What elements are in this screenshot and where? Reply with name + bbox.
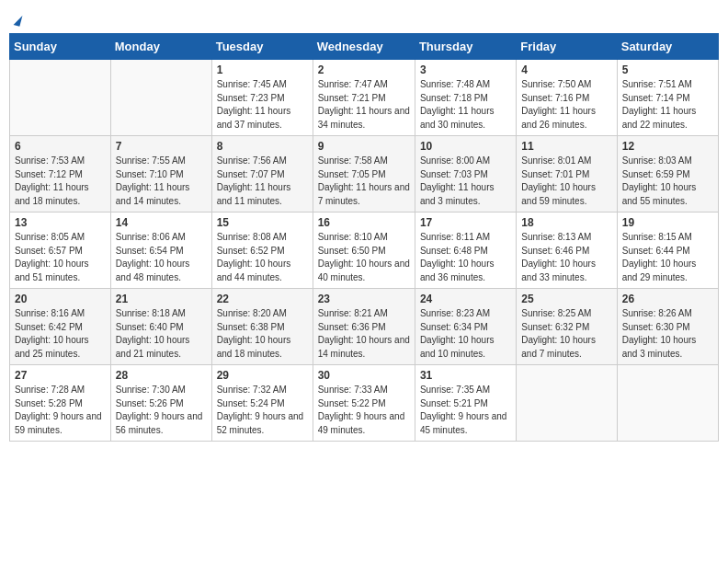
day-number: 25	[521, 293, 611, 305]
day-number: 22	[217, 293, 308, 305]
calendar-cell: 2Sunrise: 7:47 AMSunset: 7:21 PMDaylight…	[313, 60, 415, 136]
calendar-cell: 19Sunrise: 8:15 AMSunset: 6:44 PMDayligh…	[617, 213, 718, 289]
day-info: Sunrise: 7:28 AMSunset: 5:28 PMDaylight:…	[15, 384, 106, 437]
calendar-week-row: 6Sunrise: 7:53 AMSunset: 7:12 PMDaylight…	[10, 136, 719, 213]
day-number: 29	[217, 369, 308, 382]
day-number: 4	[521, 63, 611, 76]
calendar-week-row: 1Sunrise: 7:45 AMSunset: 7:23 PMDaylight…	[10, 60, 719, 136]
weekday-header-saturday: Saturday	[617, 34, 718, 60]
calendar-cell: 5Sunrise: 7:51 AMSunset: 7:14 PMDaylight…	[617, 60, 718, 136]
day-number: 2	[318, 63, 410, 76]
weekday-header-monday: Monday	[110, 34, 211, 60]
day-number: 19	[622, 216, 713, 229]
calendar-cell	[517, 365, 617, 442]
day-number: 27	[15, 369, 106, 382]
weekday-header-friday: Friday	[517, 34, 617, 60]
calendar-table: SundayMondayTuesdayWednesdayThursdayFrid…	[9, 33, 719, 442]
day-info: Sunrise: 8:00 AMSunset: 7:03 PMDaylight:…	[420, 155, 511, 208]
calendar-cell: 30Sunrise: 7:33 AMSunset: 5:22 PMDayligh…	[313, 365, 415, 442]
weekday-header-row: SundayMondayTuesdayWednesdayThursdayFrid…	[10, 34, 719, 60]
day-number: 21	[116, 293, 207, 305]
day-info: Sunrise: 8:25 AMSunset: 6:32 PMDaylight:…	[521, 307, 611, 361]
day-number: 23	[318, 293, 410, 305]
day-number: 31	[420, 369, 511, 382]
day-info: Sunrise: 8:23 AMSunset: 6:34 PMDaylight:…	[420, 307, 511, 361]
day-info: Sunrise: 7:58 AMSunset: 7:05 PMDaylight:…	[318, 155, 410, 208]
calendar-cell: 16Sunrise: 8:10 AMSunset: 6:50 PMDayligh…	[313, 213, 415, 289]
weekday-header-sunday: Sunday	[10, 34, 111, 60]
day-info: Sunrise: 8:13 AMSunset: 6:46 PMDaylight:…	[521, 231, 611, 284]
day-number: 11	[521, 140, 611, 153]
day-number: 30	[318, 369, 410, 382]
day-number: 13	[15, 216, 106, 229]
calendar-cell: 15Sunrise: 8:08 AMSunset: 6:52 PMDayligh…	[211, 213, 313, 289]
calendar-cell: 7Sunrise: 7:55 AMSunset: 7:10 PMDaylight…	[110, 136, 211, 213]
calendar-cell: 4Sunrise: 7:50 AMSunset: 7:16 PMDaylight…	[517, 60, 617, 136]
day-info: Sunrise: 8:05 AMSunset: 6:57 PMDaylight:…	[15, 231, 106, 284]
day-number: 18	[521, 216, 611, 229]
day-number: 7	[116, 140, 207, 153]
calendar-cell: 22Sunrise: 8:20 AMSunset: 6:38 PMDayligh…	[211, 289, 313, 365]
day-info: Sunrise: 7:45 AMSunset: 7:23 PMDaylight:…	[217, 78, 308, 132]
calendar-cell	[10, 60, 111, 136]
day-number: 20	[15, 293, 106, 305]
day-number: 8	[217, 140, 308, 153]
calendar-week-row: 20Sunrise: 8:16 AMSunset: 6:42 PMDayligh…	[10, 289, 719, 365]
calendar-cell: 29Sunrise: 7:32 AMSunset: 5:24 PMDayligh…	[211, 365, 313, 442]
calendar-cell	[617, 365, 718, 442]
calendar-cell: 10Sunrise: 8:00 AMSunset: 7:03 PMDayligh…	[415, 136, 516, 213]
calendar-cell: 31Sunrise: 7:35 AMSunset: 5:21 PMDayligh…	[415, 365, 516, 442]
day-number: 16	[318, 216, 410, 229]
day-info: Sunrise: 8:21 AMSunset: 6:36 PMDaylight:…	[318, 307, 410, 361]
day-info: Sunrise: 8:20 AMSunset: 6:38 PMDaylight:…	[217, 307, 308, 361]
day-number: 28	[116, 369, 207, 382]
calendar-cell: 20Sunrise: 8:16 AMSunset: 6:42 PMDayligh…	[10, 289, 111, 365]
day-info: Sunrise: 8:11 AMSunset: 6:48 PMDaylight:…	[420, 231, 511, 284]
calendar-cell: 6Sunrise: 7:53 AMSunset: 7:12 PMDaylight…	[10, 136, 111, 213]
calendar-week-row: 13Sunrise: 8:05 AMSunset: 6:57 PMDayligh…	[10, 213, 719, 289]
day-info: Sunrise: 8:26 AMSunset: 6:30 PMDaylight:…	[622, 307, 713, 361]
day-info: Sunrise: 7:48 AMSunset: 7:18 PMDaylight:…	[420, 78, 511, 132]
calendar-cell: 1Sunrise: 7:45 AMSunset: 7:23 PMDaylight…	[211, 60, 313, 136]
calendar-cell: 8Sunrise: 7:56 AMSunset: 7:07 PMDaylight…	[211, 136, 313, 213]
day-number: 15	[217, 216, 308, 229]
calendar-cell: 17Sunrise: 8:11 AMSunset: 6:48 PMDayligh…	[415, 213, 516, 289]
day-info: Sunrise: 8:16 AMSunset: 6:42 PMDaylight:…	[15, 307, 106, 361]
day-number: 9	[318, 140, 410, 153]
logo	[13, 15, 21, 26]
calendar-cell: 28Sunrise: 7:30 AMSunset: 5:26 PMDayligh…	[110, 365, 211, 442]
day-info: Sunrise: 7:33 AMSunset: 5:22 PMDaylight:…	[318, 384, 410, 437]
calendar-cell: 3Sunrise: 7:48 AMSunset: 7:18 PMDaylight…	[415, 60, 516, 136]
day-number: 12	[622, 140, 713, 153]
calendar-cell: 27Sunrise: 7:28 AMSunset: 5:28 PMDayligh…	[10, 365, 111, 442]
day-info: Sunrise: 7:53 AMSunset: 7:12 PMDaylight:…	[15, 155, 106, 208]
weekday-header-thursday: Thursday	[415, 34, 516, 60]
day-number: 17	[420, 216, 511, 229]
calendar-cell	[110, 60, 211, 136]
calendar-cell: 13Sunrise: 8:05 AMSunset: 6:57 PMDayligh…	[10, 213, 111, 289]
day-number: 6	[15, 140, 106, 153]
day-info: Sunrise: 7:32 AMSunset: 5:24 PMDaylight:…	[217, 384, 308, 437]
weekday-header-wednesday: Wednesday	[313, 34, 415, 60]
calendar-cell: 14Sunrise: 8:06 AMSunset: 6:54 PMDayligh…	[110, 213, 211, 289]
day-number: 24	[420, 293, 511, 305]
day-number: 14	[116, 216, 207, 229]
day-number: 26	[622, 293, 713, 305]
calendar-cell: 23Sunrise: 8:21 AMSunset: 6:36 PMDayligh…	[313, 289, 415, 365]
weekday-header-tuesday: Tuesday	[211, 34, 313, 60]
day-info: Sunrise: 8:18 AMSunset: 6:40 PMDaylight:…	[116, 307, 207, 361]
calendar-cell: 21Sunrise: 8:18 AMSunset: 6:40 PMDayligh…	[110, 289, 211, 365]
day-info: Sunrise: 7:51 AMSunset: 7:14 PMDaylight:…	[622, 78, 713, 132]
day-info: Sunrise: 8:01 AMSunset: 7:01 PMDaylight:…	[521, 155, 611, 208]
calendar-cell: 11Sunrise: 8:01 AMSunset: 7:01 PMDayligh…	[517, 136, 617, 213]
calendar-cell: 9Sunrise: 7:58 AMSunset: 7:05 PMDaylight…	[313, 136, 415, 213]
day-info: Sunrise: 7:35 AMSunset: 5:21 PMDaylight:…	[420, 384, 511, 437]
calendar-week-row: 27Sunrise: 7:28 AMSunset: 5:28 PMDayligh…	[10, 365, 719, 442]
calendar-cell: 18Sunrise: 8:13 AMSunset: 6:46 PMDayligh…	[517, 213, 617, 289]
day-number: 3	[420, 63, 511, 76]
day-info: Sunrise: 8:06 AMSunset: 6:54 PMDaylight:…	[116, 231, 207, 284]
day-info: Sunrise: 8:15 AMSunset: 6:44 PMDaylight:…	[622, 231, 713, 284]
day-info: Sunrise: 8:08 AMSunset: 6:52 PMDaylight:…	[217, 231, 308, 284]
calendar-cell: 12Sunrise: 8:03 AMSunset: 6:59 PMDayligh…	[617, 136, 718, 213]
logo-triangle-icon	[14, 14, 23, 26]
